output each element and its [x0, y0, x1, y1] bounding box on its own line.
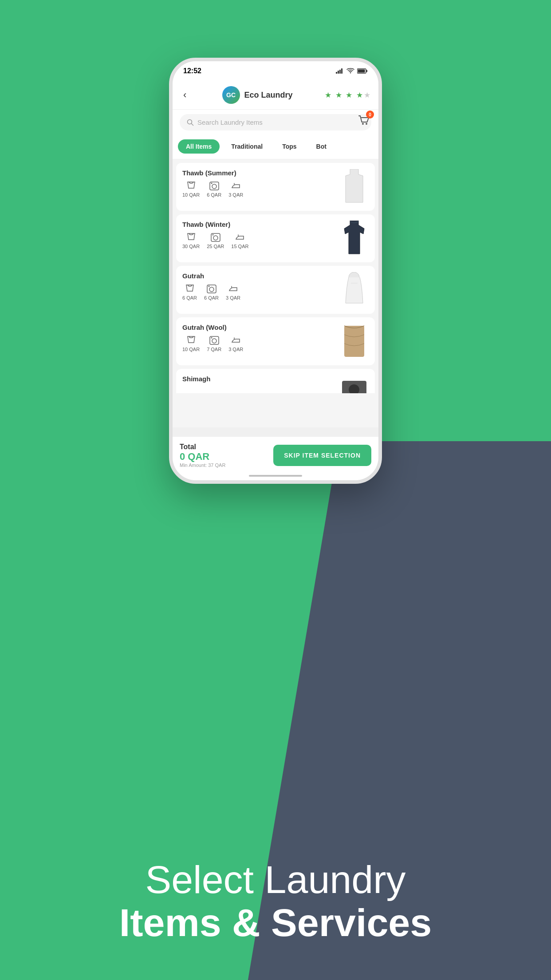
svg-rect-29 [344, 326, 364, 357]
item-name: Gutrah [182, 272, 340, 280]
skip-item-selection-button[interactable]: SKIP ITEM SELECTION [273, 445, 371, 466]
service-price-1: 10 QAR [182, 347, 200, 352]
svg-point-17 [213, 236, 218, 240]
item-left: Gutrah 6 QAR [182, 272, 340, 300]
item-left: Thawb (Winter) 30 QAR [182, 221, 340, 249]
service-price-3: 3 QAR [226, 295, 240, 300]
wifi-icon [346, 68, 354, 74]
svg-point-18 [212, 234, 213, 236]
service-dry: 6 QAR [207, 181, 221, 198]
cart-badge: 0 [366, 111, 374, 119]
svg-point-10 [366, 123, 367, 125]
total-label: Total [180, 443, 273, 451]
total-amount: 0 QAR [180, 451, 273, 462]
price-row: 30 QAR 25 QAR [182, 233, 340, 249]
item-name: Thawb (Summer) [182, 169, 340, 177]
item-gutrah: Gutrah 6 QAR [176, 266, 375, 314]
signal-icon [336, 68, 344, 74]
item-left: Shimagh [182, 375, 340, 387]
tab-all-items[interactable]: All Items [178, 139, 220, 154]
wash-icon [186, 181, 197, 191]
item-name: Shimagh [182, 375, 340, 383]
service-wash: 10 QAR [182, 336, 200, 352]
service-price-1: 10 QAR [182, 192, 200, 198]
search-icon [187, 119, 194, 126]
tab-tops[interactable]: Tops [274, 139, 304, 154]
item-shimagh: Shimagh [176, 369, 375, 393]
price-row: 10 QAR 7 QAR [182, 336, 340, 352]
item-gutrah-wool: Gutrah (Wool) 10 QAR [176, 317, 375, 365]
svg-rect-2 [339, 70, 341, 74]
svg-rect-0 [336, 72, 337, 74]
service-dry: 7 QAR [207, 336, 221, 352]
service-dry: 6 QAR [204, 284, 219, 300]
status-time: 12:52 [183, 67, 201, 75]
price-row: 6 QAR 6 QAR [182, 284, 340, 300]
item-image-gutrah-wool [340, 324, 369, 359]
status-icons [336, 68, 368, 74]
service-price-2: 7 QAR [207, 347, 221, 352]
search-placeholder: Search Laundry Items [197, 119, 263, 126]
svg-rect-5 [366, 70, 368, 72]
store-info: GC Eco Laundry [222, 86, 293, 104]
headline-area: Select Laundry Items & Services [76, 858, 475, 944]
wash-icon [186, 233, 197, 242]
service-wash: 6 QAR [182, 284, 197, 300]
service-price-3: 3 QAR [228, 192, 243, 198]
headline-line1: Select Laundry [76, 858, 475, 901]
battery-icon [357, 68, 368, 74]
cart-button[interactable]: 0 [357, 113, 371, 129]
service-wash: 10 QAR [182, 181, 200, 198]
dryer-icon [209, 181, 220, 191]
item-name: Gutrah (Wool) [182, 324, 340, 331]
total-section: Total 0 QAR Min Amount: 37 QAR [180, 443, 273, 468]
item-left: Gutrah (Wool) 10 QAR [182, 324, 340, 352]
iron-icon [235, 233, 245, 242]
phone-wrapper: 12:52 [169, 58, 382, 484]
service-iron: 3 QAR [228, 336, 243, 352]
items-list: Thawb (Summer) 10 QAR [173, 159, 378, 427]
svg-point-12 [212, 184, 216, 189]
item-left: Thawb (Summer) 10 QAR [182, 169, 340, 198]
service-price-1: 30 QAR [182, 244, 200, 249]
service-iron: 3 QAR [228, 181, 243, 198]
category-tabs: All Items Traditional Tops Bot [173, 136, 378, 159]
phone-frame: 12:52 [169, 58, 382, 484]
search-area: Search Laundry Items 0 [173, 110, 378, 136]
cart-icon-wrap: 0 [357, 113, 371, 129]
service-price-3: 15 QAR [231, 244, 248, 249]
wash-icon [185, 284, 195, 294]
item-image-shimagh [340, 375, 369, 393]
item-thawb-winter: Thawb (Winter) 30 QAR [176, 214, 375, 262]
item-image-thawb-summer [340, 169, 369, 205]
service-wash: 30 QAR [182, 233, 200, 249]
wash-icon [186, 336, 197, 345]
service-price-2: 6 QAR [207, 192, 221, 198]
svg-line-8 [192, 123, 193, 125]
search-box[interactable]: Search Laundry Items [180, 114, 371, 130]
svg-point-13 [211, 183, 212, 184]
dryer-icon [209, 336, 220, 345]
bottom-bar: Total 0 QAR Min Amount: 37 QAR SKIP ITEM… [173, 436, 378, 480]
item-image-gutrah [340, 272, 369, 308]
item-name: Thawb (Winter) [182, 221, 340, 228]
service-price-3: 3 QAR [228, 347, 243, 352]
service-iron: 15 QAR [231, 233, 248, 249]
svg-point-22 [208, 286, 209, 287]
tab-bot[interactable]: Bot [308, 139, 335, 154]
svg-point-9 [362, 123, 364, 125]
dryer-icon [210, 233, 221, 242]
iron-icon [228, 284, 239, 294]
svg-point-27 [211, 337, 212, 339]
service-price-1: 6 QAR [182, 295, 197, 300]
home-indicator [249, 475, 302, 477]
back-button[interactable]: ‹ [180, 87, 190, 103]
service-iron: 3 QAR [226, 284, 240, 300]
store-name: Eco Laundry [244, 91, 293, 100]
star-rating: ★ ★ ★ ★★ [325, 91, 371, 100]
headline-line2: Items & Services [76, 901, 475, 944]
service-dry: 25 QAR [207, 233, 224, 249]
tab-traditional[interactable]: Traditional [223, 139, 271, 154]
item-image-thawb-winter [340, 221, 369, 256]
iron-icon [231, 181, 241, 191]
